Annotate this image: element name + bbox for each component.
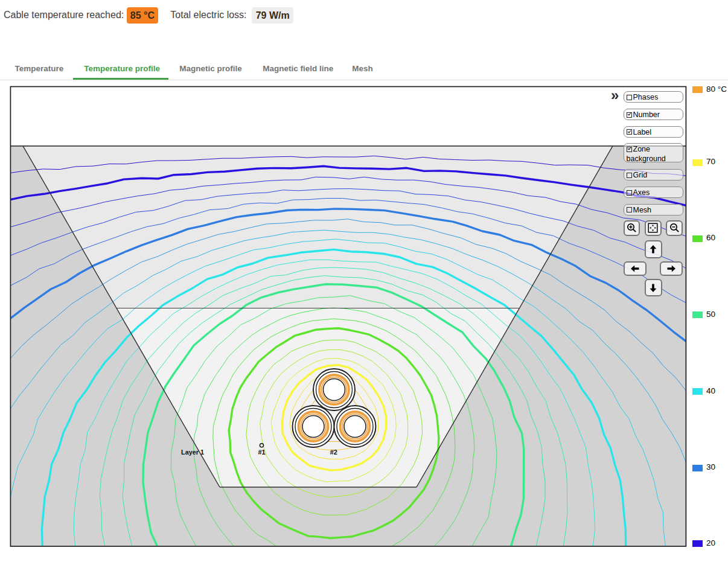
svg-text:#1: #1 (258, 448, 265, 456)
svg-text:#2: #2 (330, 448, 337, 456)
svg-text:Layer 1: Layer 1 (181, 448, 204, 456)
